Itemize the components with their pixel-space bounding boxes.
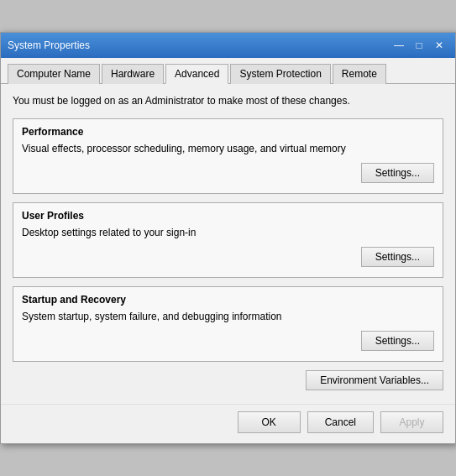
startup-recovery-title: Startup and Recovery (22, 294, 434, 306)
startup-recovery-settings-button[interactable]: Settings... (361, 331, 434, 351)
footer: OK Cancel Apply (1, 404, 455, 443)
tab-advanced[interactable]: Advanced (165, 64, 228, 84)
tab-computer-name[interactable]: Computer Name (8, 64, 100, 84)
startup-recovery-description: System startup, system failure, and debu… (22, 311, 434, 322)
user-profiles-btn-row: Settings... (22, 247, 434, 267)
minimize-button[interactable]: — (390, 38, 408, 53)
user-profiles-description: Desktop settings related to your sign-in (22, 227, 434, 238)
cancel-button[interactable]: Cancel (307, 411, 374, 433)
performance-description: Visual effects, processor scheduling, me… (22, 143, 434, 154)
apply-button[interactable]: Apply (380, 411, 443, 433)
performance-settings-button[interactable]: Settings... (361, 163, 434, 183)
startup-recovery-btn-row: Settings... (22, 331, 434, 351)
environment-variables-button[interactable]: Environment Variables... (306, 370, 443, 390)
env-variables-row: Environment Variables... (13, 370, 443, 390)
startup-recovery-section: Startup and Recovery System startup, sys… (13, 286, 443, 362)
tab-bar: Computer Name Hardware Advanced System P… (1, 58, 455, 84)
user-profiles-title: User Profiles (22, 210, 434, 222)
tab-hardware[interactable]: Hardware (102, 64, 164, 84)
user-profiles-section: User Profiles Desktop settings related t… (13, 202, 443, 278)
user-profiles-settings-button[interactable]: Settings... (361, 247, 434, 267)
system-properties-window: System Properties — □ ✕ Computer Name Ha… (0, 32, 456, 444)
close-button[interactable]: ✕ (430, 38, 448, 53)
performance-btn-row: Settings... (22, 163, 434, 183)
title-bar-controls: — □ ✕ (390, 38, 448, 53)
title-bar: System Properties — □ ✕ (1, 33, 455, 58)
window-title: System Properties (8, 39, 90, 51)
tab-system-protection[interactable]: System Protection (230, 64, 330, 84)
tab-content: You must be logged on as an Administrato… (1, 84, 455, 404)
performance-section: Performance Visual effects, processor sc… (13, 118, 443, 194)
tab-remote[interactable]: Remote (333, 64, 386, 84)
performance-title: Performance (22, 126, 434, 138)
info-message: You must be logged on as an Administrato… (13, 94, 443, 108)
maximize-button[interactable]: □ (410, 38, 428, 53)
ok-button[interactable]: OK (238, 411, 301, 433)
